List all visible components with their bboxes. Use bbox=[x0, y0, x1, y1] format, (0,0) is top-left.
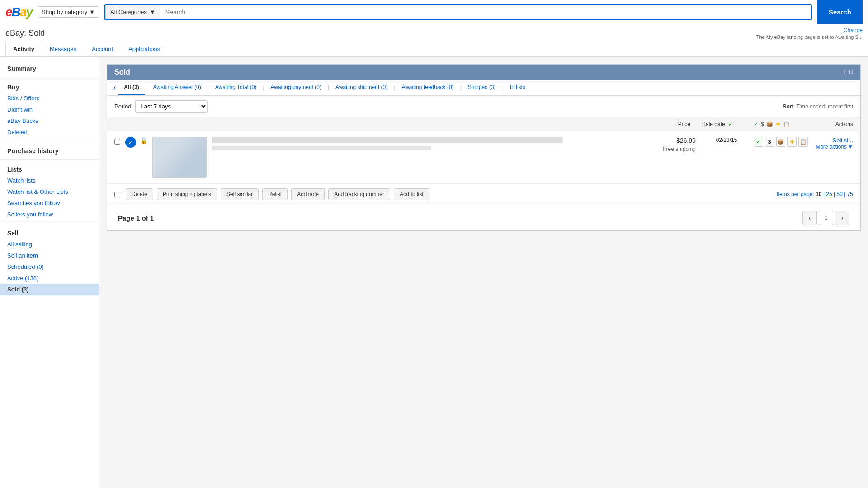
item-shipping: Free shipping bbox=[663, 146, 696, 152]
chevron-down-icon: ▼ bbox=[89, 9, 95, 15]
search-bar: All Categories ▼ bbox=[104, 4, 812, 20]
icon-feedback-star[interactable]: ✚ bbox=[787, 137, 797, 147]
add-to-list-button[interactable]: Add to list bbox=[394, 188, 429, 200]
next-page-button[interactable]: › bbox=[835, 211, 849, 225]
sidebar-item-sell-item[interactable]: Sell an item bbox=[0, 250, 99, 261]
content-area: Sold Edit ‹ All (3) | Awaiting Answer (0… bbox=[99, 57, 868, 488]
filter-tab-awaiting-shipment[interactable]: Awaiting shipment (0) bbox=[330, 80, 393, 95]
item-title bbox=[212, 137, 563, 143]
filter-tab-awaiting-total[interactable]: Awaiting Total (0) bbox=[210, 80, 262, 95]
item-sale-date: 02/23/15 bbox=[699, 137, 754, 143]
filter-sep-3: | bbox=[262, 81, 265, 94]
search-button[interactable]: Search bbox=[817, 0, 863, 24]
add-note-button[interactable]: Add note bbox=[291, 188, 325, 200]
tab-messages[interactable]: Messages bbox=[42, 42, 84, 56]
item-subtitle bbox=[212, 146, 431, 150]
filter-tab-shipped[interactable]: Shipped (3) bbox=[462, 80, 501, 95]
sidebar-item-didnt-win[interactable]: Didn't win bbox=[0, 104, 99, 115]
tab-applications[interactable]: Applications bbox=[121, 42, 168, 56]
filter-sep-2: | bbox=[207, 81, 210, 94]
pagination-row: Page 1 of 1 ‹ 1 › bbox=[107, 205, 860, 230]
filter-tab-awaiting-feedback[interactable]: Awaiting feedback (0) bbox=[396, 80, 459, 95]
icon-dollar[interactable]: $ bbox=[765, 137, 774, 147]
icon-mark-paid[interactable]: ✓ bbox=[754, 137, 763, 147]
sidebar-item-deleted[interactable]: Deleted bbox=[0, 127, 99, 138]
search-input[interactable] bbox=[160, 5, 811, 19]
delete-button[interactable]: Delete bbox=[126, 188, 153, 200]
relist-button[interactable]: Relist bbox=[262, 188, 288, 200]
sidebar-item-scheduled[interactable]: Scheduled (0) bbox=[0, 261, 99, 272]
more-actions[interactable]: More actions ▼ bbox=[816, 144, 853, 150]
tab-activity[interactable]: Activity bbox=[5, 42, 42, 56]
item-price: $26.99 bbox=[651, 137, 696, 144]
subheader: eBay: Sold Change The My eBay landing pa… bbox=[0, 24, 868, 57]
lock-icon: 🔒 bbox=[140, 137, 149, 144]
sold-panel-header: Sold Edit bbox=[107, 65, 860, 80]
sort-value: Time ended: recent first bbox=[796, 103, 853, 110]
select-circle[interactable]: ✓ bbox=[125, 137, 136, 148]
category-label: All Categories bbox=[110, 9, 147, 15]
tell-us-link[interactable]: The My eBay landing page is set to Await… bbox=[756, 34, 863, 40]
print-shipping-labels-button[interactable]: Print shipping labels bbox=[157, 188, 217, 200]
table-row: ✓ 🔒 $26.99 Free shipping 02/23/15 ✓ bbox=[107, 131, 860, 183]
filter-tab-awaiting-payment[interactable]: Awaiting payment (0) bbox=[265, 80, 327, 95]
items-per-page-50[interactable]: 50 bbox=[836, 191, 842, 197]
icon-ship[interactable]: 📦 bbox=[776, 137, 786, 147]
category-select[interactable]: All Categories ▼ bbox=[105, 5, 160, 19]
sidebar-section-purchase-history: Purchase history bbox=[0, 144, 99, 156]
sell-similar-link[interactable]: Sell si... bbox=[832, 137, 853, 144]
sidebar-item-watch-lists[interactable]: Watch lists bbox=[0, 175, 99, 186]
filter-tab-in-lists[interactable]: In lists bbox=[505, 80, 531, 95]
row-checkbox[interactable] bbox=[114, 137, 123, 146]
shop-by-label: Shop by category bbox=[42, 9, 87, 15]
items-per-page-75[interactable]: 75 bbox=[847, 191, 853, 197]
bottom-actions: Delete Print shipping labels Sell simila… bbox=[107, 183, 860, 205]
shop-by-category[interactable]: Shop by category ▼ bbox=[38, 6, 99, 18]
items-per-page-10[interactable]: 10 bbox=[816, 191, 821, 197]
col-header-icons: ✓ $ 📦 ✚ 📋 bbox=[745, 121, 799, 127]
sidebar-section-buy: Buy bbox=[0, 80, 99, 93]
sidebar-item-searches[interactable]: Searches you follow bbox=[0, 197, 99, 209]
chevron-down-icon: ▼ bbox=[150, 9, 156, 15]
sidebar-section-lists: Lists bbox=[0, 162, 99, 175]
add-tracking-number-button[interactable]: Add tracking number bbox=[328, 188, 390, 200]
page-controls: ‹ 1 › bbox=[802, 211, 849, 225]
col-header-price: Price bbox=[645, 121, 690, 127]
sidebar: Summary Buy Bids / Offers Didn't win eBa… bbox=[0, 57, 99, 488]
sell-similar-button[interactable]: Sell similar bbox=[221, 188, 259, 200]
page-info: Page 1 of 1 bbox=[118, 214, 154, 222]
filter-sep-5: | bbox=[393, 81, 396, 94]
sidebar-item-sold[interactable]: Sold (3) bbox=[0, 284, 99, 295]
chevron-down-icon: ▼ bbox=[848, 144, 853, 150]
period-select[interactable]: Last 7 days Last 31 days Last 60 days La… bbox=[135, 100, 208, 113]
prev-page-button[interactable]: ‹ bbox=[802, 211, 817, 225]
period-row: Period Last 7 days Last 31 days Last 60 … bbox=[107, 96, 860, 117]
page-1-button[interactable]: 1 bbox=[819, 211, 833, 225]
sidebar-item-ebay-bucks[interactable]: eBay Bucks bbox=[0, 115, 99, 127]
item-action-icons: ✓ $ 📦 ✚ 📋 bbox=[754, 137, 808, 147]
select-all-checkbox[interactable] bbox=[114, 192, 120, 197]
sidebar-item-sellers[interactable]: Sellers you follow bbox=[0, 209, 99, 220]
sidebar-item-watch-list-other[interactable]: Watch list & Other Lists bbox=[0, 186, 99, 197]
sidebar-item-bids[interactable]: Bids / Offers bbox=[0, 93, 99, 104]
column-headers: Price Sale date ✓ ✓ $ 📦 ✚ 📋 Actions bbox=[107, 117, 860, 131]
nav-tabs: Activity Messages Account Applications bbox=[5, 42, 863, 56]
items-per-page-25[interactable]: 25 bbox=[826, 191, 832, 197]
filter-tabs: ‹ All (3) | Awaiting Answer (0) | Awaiti… bbox=[107, 80, 860, 96]
items-per-page: Items per page: 10 | 25 | 50 | 75 bbox=[776, 191, 853, 197]
filter-tab-awaiting-answer[interactable]: Awaiting Answer (0) bbox=[148, 80, 207, 95]
header: eBay Shop by category ▼ All Categories ▼… bbox=[0, 0, 868, 24]
sidebar-section-summary: Summary bbox=[0, 61, 99, 74]
icon-feedback-alt[interactable]: 📋 bbox=[798, 137, 808, 147]
edit-link[interactable]: Edit bbox=[844, 69, 853, 75]
sidebar-item-all-selling[interactable]: All selling bbox=[0, 239, 99, 250]
filter-tab-all[interactable]: All (3) bbox=[118, 80, 144, 95]
tab-account[interactable]: Account bbox=[84, 42, 121, 56]
change-link[interactable]: Change bbox=[844, 27, 863, 33]
sidebar-item-active[interactable]: Active (138) bbox=[0, 272, 99, 284]
item-thumbnail bbox=[152, 137, 207, 178]
sort-label: Sort bbox=[783, 103, 793, 110]
sold-panel-title: Sold bbox=[114, 68, 130, 76]
back-arrow[interactable]: ‹ bbox=[111, 80, 118, 95]
ebay-logo: eBay bbox=[5, 6, 32, 19]
